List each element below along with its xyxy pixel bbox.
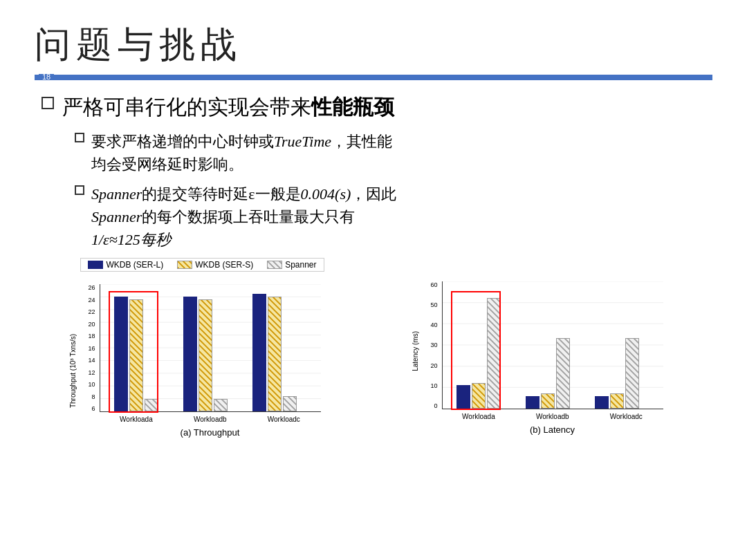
latency-bar-b-yellow [541,393,555,409]
throughput-chart-title: (a) Throughput [100,427,321,438]
latency-x-label-a: Workloada [462,413,495,420]
chart-legend: WKDB (SER-L) WKDB (SER-S) Spanner [80,258,324,272]
throughput-bar-a-light [145,399,158,411]
latency-chart-wrapper: Latency (ms) 60 50 40 30 20 10 0 [377,258,712,438]
throughput-bar-b-yellow [199,299,212,411]
latency-group-a [456,298,501,409]
throughput-plot-area [100,284,321,412]
legend-box-yellow [177,261,192,269]
latency-bar-c-light [625,338,639,409]
slide: 问题与挑战 18 严格可串行化的实现会带来性能瓶颈 要求严格递增的中心时钟或Tr… [0,0,747,560]
sub-bullet-1: 要求严格递增的中心时钟或TrueTime，其性能均会受网络延时影响。 [75,130,712,176]
legend-wkdb-ser-l: WKDB (SER-L) [88,260,163,270]
latency-group-b [526,338,570,409]
latency-chart-area: Latency (ms) 60 50 40 30 20 10 0 [410,276,680,435]
main-bullet-bold: 性能瓶颈 [311,95,394,118]
main-bullet: 严格可串行化的实现会带来性能瓶颈 [42,93,712,122]
throughput-x-label-a: Workloada [120,416,153,423]
latency-bar-b-light [556,338,570,409]
sub-bullets-container: 要求严格递增的中心时钟或TrueTime，其性能均会受网络延时影响。 Spann… [42,130,712,251]
latency-bar-a-blue [456,385,470,409]
throughput-y-ticks: 26 24 22 20 18 16 14 12 10 8 6 [89,284,95,412]
throughput-bar-b-blue [183,297,197,411]
sub-bullet-1-text: 要求严格递增的中心时钟或TrueTime，其性能均会受网络延时影响。 [91,130,392,176]
legend-box-light [267,261,282,269]
throughput-bar-a-yellow [129,299,143,411]
latency-x-label-c: Workloadc [610,413,643,420]
latency-group-c [595,338,639,409]
content-area: 严格可串行化的实现会带来性能瓶颈 要求严格递增的中心时钟或TrueTime，其性… [35,93,712,251]
charts-row: WKDB (SER-L) WKDB (SER-S) Spanner Throug… [35,258,712,438]
latency-x-labels: Workloada Workloadb Workloadc [442,413,663,420]
sub-bullet-2: Spanner的提交等待时延ε一般是0.004(s)，因此 Spanner的每个… [75,183,712,251]
legend-box-blue [88,261,103,269]
throughput-group-c [252,294,297,411]
legend-wkdb-ser-s: WKDB (SER-S) [177,260,253,270]
sub-bullet-1-square [75,133,84,142]
latency-chart-title: (b) Latency [442,424,663,435]
throughput-x-label-c: Workloadc [268,416,300,423]
throughput-y-label: Throughput (10³ Txns/s) [69,334,77,408]
latency-bar-c-blue [595,396,609,409]
latency-y-label: Latency (ms) [412,331,419,371]
throughput-bar-b-light [214,399,228,411]
throughput-bar-c-light [283,396,297,411]
main-bullet-label: 严格可串行化的实现会带来 [62,95,311,118]
throughput-chart-wrapper: WKDB (SER-L) WKDB (SER-S) Spanner Throug… [35,258,370,438]
sub-bullet-2-square [75,185,84,195]
blue-divider-bar: 18 [35,75,712,80]
latency-plot-area [442,281,663,409]
throughput-x-labels: Workloada Workloadb Workloadc [100,416,321,423]
throughput-group-b [183,297,228,411]
slide-number: 18 [39,74,54,80]
throughput-bar-c-blue [252,294,266,411]
legend-label-3: Spanner [285,260,316,270]
throughput-group-a [114,297,158,411]
latency-bar-a-yellow [472,383,486,409]
legend-label-2: WKDB (SER-S) [195,260,253,270]
main-bullet-text: 严格可串行化的实现会带来性能瓶颈 [62,93,394,122]
latency-bar-c-yellow [610,393,624,409]
slide-title: 问题与挑战 [35,21,712,69]
throughput-bar-c-yellow [268,297,282,411]
legend-label-1: WKDB (SER-L) [106,260,163,270]
legend-spanner: Spanner [267,260,316,270]
latency-y-ticks: 60 50 40 30 20 10 0 [431,281,438,409]
latency-bar-b-blue [526,396,540,409]
throughput-chart-area: Throughput (10³ Txns/s) 26 24 22 20 18 1… [68,279,338,438]
throughput-x-label-b: Workloadb [194,416,227,423]
latency-x-label-b: Workloadb [536,413,569,420]
main-bullet-square [42,97,54,109]
sub-bullet-2-text: Spanner的提交等待时延ε一般是0.004(s)，因此 Spanner的每个… [91,183,396,251]
throughput-bar-a-blue [114,297,128,411]
latency-bar-a-light [487,298,501,409]
